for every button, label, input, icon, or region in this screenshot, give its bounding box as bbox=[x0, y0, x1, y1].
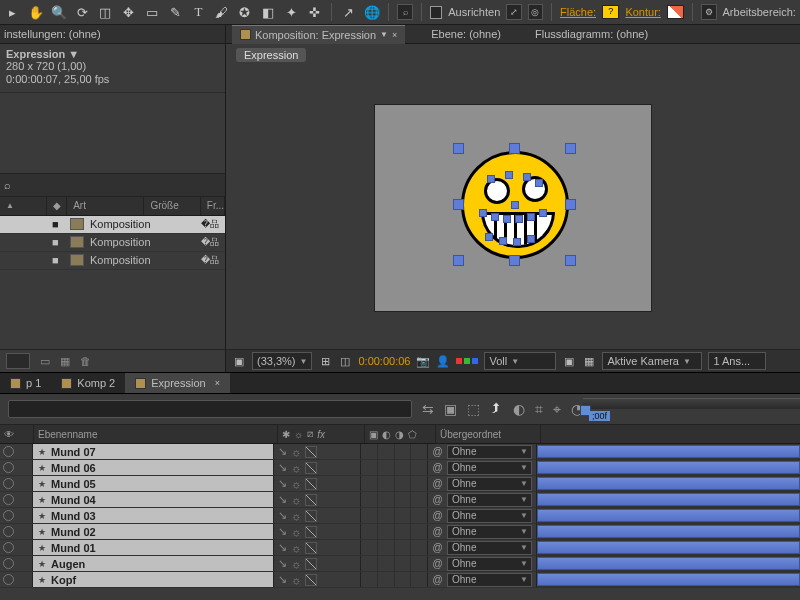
handle-icon[interactable] bbox=[453, 255, 464, 266]
layer-bar[interactable] bbox=[537, 573, 800, 586]
shy-switch[interactable]: ↘ bbox=[278, 541, 287, 554]
layer-track[interactable] bbox=[537, 476, 800, 491]
align-checkbox[interactable] bbox=[430, 6, 443, 19]
world-axis-icon[interactable]: 🌐 bbox=[363, 3, 380, 21]
vertex-icon[interactable] bbox=[523, 173, 531, 181]
snap-point-icon[interactable]: ◎ bbox=[528, 4, 543, 20]
bpc-button[interactable] bbox=[6, 353, 30, 369]
col-av-toggles[interactable]: 👁 bbox=[0, 425, 34, 443]
parent-dropdown[interactable]: Ohne▼ bbox=[447, 461, 532, 475]
handle-icon[interactable] bbox=[565, 255, 576, 266]
video-toggle-icon[interactable] bbox=[3, 574, 14, 585]
layer-track[interactable] bbox=[537, 572, 800, 587]
layer-name-cell[interactable]: ★Mund 03 bbox=[33, 508, 274, 523]
shy-switch[interactable]: ↘ bbox=[278, 509, 287, 522]
show-snapshot-icon[interactable]: 👤 bbox=[436, 354, 450, 368]
time-ruler[interactable] bbox=[583, 398, 800, 409]
shy-switch[interactable]: ↘ bbox=[278, 573, 287, 586]
collapse-switch[interactable]: ☼ bbox=[291, 446, 301, 458]
snapshot-icon[interactable]: 📷 bbox=[416, 354, 430, 368]
col-parent[interactable]: Übergeordnet bbox=[436, 425, 541, 443]
layer-bar[interactable] bbox=[537, 525, 800, 538]
pickwhip-icon[interactable]: @ bbox=[432, 494, 443, 505]
channel-icons[interactable] bbox=[456, 358, 478, 364]
time-navigator[interactable] bbox=[8, 400, 412, 418]
vertex-icon[interactable] bbox=[487, 175, 495, 183]
vertex-icon[interactable] bbox=[499, 237, 507, 245]
vertex-icon[interactable] bbox=[491, 213, 499, 221]
video-toggle-icon[interactable] bbox=[3, 494, 14, 505]
brush-tool-icon[interactable]: 🖌 bbox=[213, 3, 230, 21]
col-tag-icon[interactable]: ◆ bbox=[47, 197, 67, 215]
tab-flowchart[interactable]: Flussdiagramm: (ohne) bbox=[527, 25, 656, 43]
pickwhip-icon[interactable]: @ bbox=[432, 510, 443, 521]
vertex-icon[interactable] bbox=[513, 238, 521, 246]
vertex-icon[interactable] bbox=[535, 179, 543, 187]
text-tool-icon[interactable]: T bbox=[190, 3, 207, 21]
close-icon[interactable]: × bbox=[215, 378, 220, 388]
roi-icon[interactable]: ▣ bbox=[562, 354, 576, 368]
layer-name-cell[interactable]: ★Mund 01 bbox=[33, 540, 274, 555]
vertex-icon[interactable] bbox=[505, 171, 513, 179]
shy-switch[interactable]: ↘ bbox=[278, 493, 287, 506]
current-time[interactable]: 0:00:00:06 bbox=[358, 355, 410, 367]
parent-dropdown[interactable]: Ohne▼ bbox=[447, 477, 532, 491]
video-toggle-icon[interactable] bbox=[3, 526, 14, 537]
layer-name-cell[interactable]: ★Mund 06 bbox=[33, 460, 274, 475]
pen-tool-icon[interactable]: ✎ bbox=[167, 3, 184, 21]
flow-icon[interactable]: �品 bbox=[201, 254, 219, 267]
motion-blur-icon[interactable]: ◐ bbox=[513, 401, 525, 417]
collapse-switch[interactable]: ☼ bbox=[291, 462, 301, 474]
anchor-tool-icon[interactable]: ✥ bbox=[120, 3, 137, 21]
video-toggle-icon[interactable] bbox=[3, 510, 14, 521]
layer-row[interactable]: ★Augen↘☼@Ohne▼ bbox=[0, 556, 800, 572]
layer-row[interactable]: ★Mund 02↘☼@Ohne▼ bbox=[0, 524, 800, 540]
clone-tool-icon[interactable]: ✪ bbox=[236, 3, 253, 21]
flow-icon[interactable]: �品 bbox=[201, 236, 219, 249]
pickwhip-icon[interactable]: @ bbox=[432, 446, 443, 457]
vertex-icon[interactable] bbox=[539, 209, 547, 217]
collapse-switch[interactable]: ☼ bbox=[291, 574, 301, 586]
workspace-icon[interactable]: ⚙ bbox=[701, 4, 716, 20]
quality-switch[interactable] bbox=[305, 526, 317, 538]
search-input[interactable] bbox=[17, 175, 221, 195]
draft3d-icon[interactable]: ⬚ bbox=[467, 401, 480, 417]
search-icon[interactable]: ⌕ bbox=[4, 179, 11, 191]
quality-switch[interactable] bbox=[305, 542, 317, 554]
quality-switch[interactable] bbox=[305, 510, 317, 522]
layer-row[interactable]: ★Mund 07↘☼@Ohne▼ bbox=[0, 444, 800, 460]
puppet-tool-icon[interactable]: ✜ bbox=[306, 3, 323, 21]
always-preview-icon[interactable]: ▣ bbox=[232, 354, 246, 368]
pickwhip-icon[interactable]: @ bbox=[432, 558, 443, 569]
shy-switch[interactable]: ↘ bbox=[278, 525, 287, 538]
layer-row[interactable]: ★Mund 01↘☼@Ohne▼ bbox=[0, 540, 800, 556]
layer-track[interactable] bbox=[537, 524, 800, 539]
collapse-switch[interactable]: ☼ bbox=[291, 494, 301, 506]
parent-dropdown[interactable]: Ohne▼ bbox=[447, 493, 532, 507]
vertex-icon[interactable] bbox=[479, 209, 487, 217]
layer-name-cell[interactable]: ★Mund 05 bbox=[33, 476, 274, 491]
parent-dropdown[interactable]: Ohne▼ bbox=[447, 509, 532, 523]
quality-switch[interactable] bbox=[305, 462, 317, 474]
stroke-label[interactable]: Kontur: bbox=[625, 6, 660, 18]
zoom-tool-icon[interactable]: 🔍 bbox=[50, 3, 67, 21]
timeline-tab[interactable]: p 1 bbox=[0, 373, 51, 393]
snap-icon[interactable]: ⤢ bbox=[506, 4, 521, 20]
brainstorm-icon[interactable]: ⌖ bbox=[553, 401, 561, 418]
viewer[interactable] bbox=[226, 66, 800, 349]
layer-name-cell[interactable]: ★Mund 04 bbox=[33, 492, 274, 507]
quality-switch[interactable] bbox=[305, 494, 317, 506]
safe-zones-icon[interactable]: ⊞ bbox=[318, 354, 332, 368]
quality-switch[interactable] bbox=[305, 446, 317, 458]
layer-bar[interactable] bbox=[537, 461, 800, 474]
roto-tool-icon[interactable]: ✦ bbox=[283, 3, 300, 21]
pickwhip-icon[interactable]: @ bbox=[432, 574, 443, 585]
layer-track[interactable] bbox=[537, 492, 800, 507]
shy-switch[interactable]: ↘ bbox=[278, 461, 287, 474]
col-switches[interactable]: ✱ ☼ ⧄ fx bbox=[278, 425, 365, 443]
layer-bar[interactable] bbox=[537, 509, 800, 522]
col-type[interactable]: Art bbox=[67, 197, 144, 215]
hand-tool-icon[interactable]: ✋ bbox=[27, 3, 44, 21]
pickwhip-icon[interactable]: @ bbox=[432, 478, 443, 489]
collapse-switch[interactable]: ☼ bbox=[291, 542, 301, 554]
